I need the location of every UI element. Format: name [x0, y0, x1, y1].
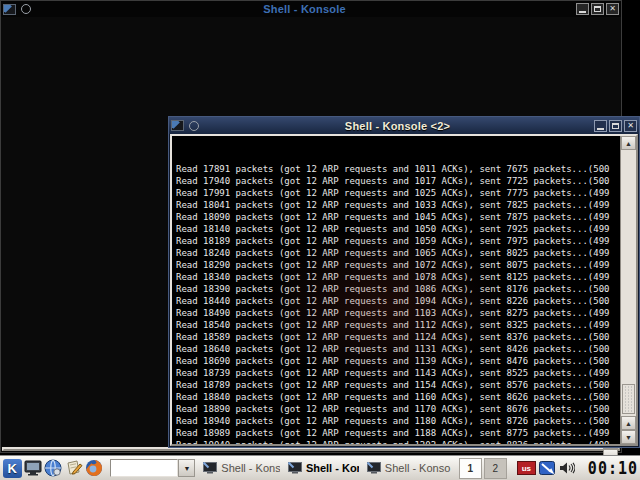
scroll-up-icon[interactable]: ▲ [621, 136, 636, 150]
window2-menu-button[interactable] [171, 120, 184, 132]
notes-launcher[interactable] [63, 457, 83, 479]
konsole-app-icon [171, 120, 184, 131]
close-icon: ✕ [609, 5, 616, 13]
window1-menu-button[interactable] [3, 3, 16, 15]
combobox-input[interactable] [110, 459, 178, 477]
keyboard-layout-indicator[interactable]: us [517, 461, 536, 475]
taskbar: K [0, 455, 640, 480]
speaker-icon [559, 461, 575, 475]
system-tray: us [517, 461, 576, 476]
minimize-icon [597, 128, 604, 130]
taskbar-button-konsole-3[interactable]: Shell - Konso [363, 458, 451, 479]
pager-desktop-2[interactable]: 2 [484, 458, 507, 479]
taskbar-button-konsole-1[interactable]: Shell - Konso [199, 458, 280, 479]
window2-sticky-button[interactable] [187, 120, 200, 132]
notepad-pencil-icon [65, 459, 83, 477]
window2-scrollbar[interactable]: ▲ ▲ ▼ [620, 136, 636, 444]
aireplay-read-lines: Read 17891 packets (got 12 ARP requests … [176, 163, 620, 444]
desktop-pager: 1 2 [459, 458, 507, 479]
window1-titlebar[interactable]: Shell - Konsole ✕ [1, 1, 621, 17]
konsole-task-icon [367, 462, 381, 474]
window2-body: Read 17891 packets (got 12 ARP requests … [170, 134, 638, 446]
taskbar-button-konsole-2-active[interactable]: Shell - Kon [284, 458, 359, 479]
window1-maximize-button[interactable] [591, 3, 604, 15]
sticky-pin-icon [189, 121, 199, 131]
window2-title: Shell - Konsole <2> [203, 120, 592, 132]
firefox-launcher[interactable] [84, 457, 104, 479]
run-combobox: ▼ [110, 459, 195, 477]
task-label: Shell - Kon [306, 462, 359, 474]
konsole-app-icon [3, 4, 16, 15]
window2-close-button[interactable]: ✕ [624, 120, 637, 132]
window2-minimize-button[interactable] [594, 120, 607, 132]
window1-minimize-button[interactable] [576, 3, 589, 15]
konsole-task-icon [203, 462, 217, 474]
maximize-icon [612, 123, 619, 129]
globe-icon [44, 459, 62, 477]
show-desktop-button[interactable] [22, 457, 42, 479]
network-tool-tray-button[interactable] [539, 461, 556, 476]
kmenu-button[interactable]: K [2, 457, 22, 479]
scroll-down-icon[interactable]: ▼ [621, 430, 636, 444]
volume-tray-button[interactable] [559, 461, 576, 476]
taskbar-clock[interactable]: 00:10 [588, 458, 638, 479]
konsole-task-icon [288, 462, 302, 474]
task-label: Shell - Konso [221, 462, 280, 474]
firefox-icon [85, 459, 103, 477]
window-konsole-2: Shell - Konsole <2> ✕ Read 17891 packets… [168, 116, 640, 448]
network-tool-icon [539, 461, 555, 475]
sticky-pin-icon [21, 4, 31, 14]
maximize-icon [594, 6, 601, 12]
task-label: Shell - Konso [385, 462, 450, 474]
konqueror-launcher[interactable] [43, 457, 63, 479]
scrollbar-thumb[interactable] [622, 384, 635, 414]
desktop-monitor-icon [24, 460, 42, 476]
pager-desktop-1[interactable]: 1 [459, 458, 482, 479]
aireplay-output: Read 17891 packets (got 12 ARP requests … [172, 136, 620, 444]
minimize-icon [579, 11, 586, 13]
combobox-dropdown-icon[interactable]: ▼ [178, 459, 195, 477]
kmenu-icon: K [3, 459, 22, 478]
scroll-up-icon[interactable]: ▲ [621, 416, 636, 430]
close-icon: ✕ [627, 122, 634, 130]
desktop: Shell - Konsole ✕ CH 3 ][ Elapsed: 3 min… [0, 0, 640, 480]
window2-titlebar[interactable]: Shell - Konsole <2> ✕ [169, 117, 639, 134]
window1-sticky-button[interactable] [19, 3, 32, 15]
window2-maximize-button[interactable] [609, 120, 622, 132]
window1-title: Shell - Konsole [35, 3, 574, 15]
window1-close-button[interactable]: ✕ [606, 3, 619, 15]
